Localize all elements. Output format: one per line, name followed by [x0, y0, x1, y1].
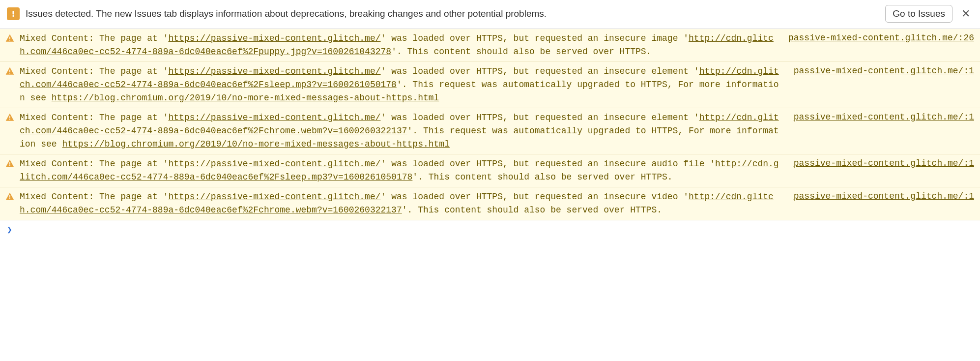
console-warning-row: Mixed Content: The page at 'https://pass… — [0, 29, 980, 62]
go-to-issues-button[interactable]: Go to Issues — [885, 5, 952, 23]
source-link[interactable]: passive-mixed-content.glitch.me/:1 — [794, 158, 974, 168]
warning-message: Mixed Content: The page at 'https://pass… — [20, 65, 789, 105]
page-url-link[interactable]: https://passive-mixed-content.glitch.me/ — [168, 192, 380, 202]
warning-text-pre: Mixed Content: The page at ' — [20, 66, 168, 76]
console-prompt[interactable]: ❯ — [0, 220, 980, 239]
svg-rect-6 — [9, 116, 10, 119]
page-url-link[interactable]: https://passive-mixed-content.glitch.me/ — [168, 66, 380, 76]
console-warning-row: Mixed Content: The page at 'https://pass… — [0, 154, 980, 187]
warning-triangle-icon — [5, 159, 15, 169]
warning-text-mid: ' was loaded over HTTPS, but requested a… — [381, 66, 699, 76]
warning-text-pre: Mixed Content: The page at ' — [20, 192, 168, 202]
svg-rect-1 — [13, 15, 14, 17]
warning-text-mid: ' was loaded over HTTPS, but requested a… — [381, 33, 689, 43]
svg-rect-5 — [9, 73, 10, 74]
page-url-link[interactable]: https://passive-mixed-content.glitch.me/ — [168, 33, 380, 43]
svg-rect-2 — [9, 37, 10, 39]
console-warning-row: Mixed Content: The page at 'https://pass… — [0, 62, 980, 108]
warning-text-mid: ' was loaded over HTTPS, but requested a… — [381, 113, 699, 122]
chevron-right-icon: ❯ — [7, 224, 12, 235]
warning-text-mid: ' was loaded over HTTPS, but requested a… — [381, 192, 689, 202]
source-link[interactable]: passive-mixed-content.glitch.me/:26 — [788, 33, 974, 43]
console-warnings: Mixed Content: The page at 'https://pass… — [0, 29, 980, 220]
warning-text-tail: '. This content should also be served ov… — [402, 205, 662, 215]
svg-rect-3 — [9, 40, 10, 41]
svg-rect-7 — [9, 119, 10, 120]
svg-rect-4 — [9, 70, 10, 72]
source-link[interactable]: passive-mixed-content.glitch.me/:1 — [794, 191, 974, 201]
warning-text-mid: ' was loaded over HTTPS, but requested a… — [381, 159, 716, 169]
svg-rect-9 — [9, 165, 10, 166]
warning-message: Mixed Content: The page at 'https://pass… — [20, 157, 789, 184]
issues-icon — [7, 7, 20, 20]
source-link[interactable]: passive-mixed-content.glitch.me/:1 — [794, 112, 974, 122]
svg-rect-8 — [9, 162, 10, 165]
svg-rect-10 — [9, 195, 10, 198]
warning-triangle-icon — [5, 33, 15, 43]
warning-text-pre: Mixed Content: The page at ' — [20, 159, 168, 169]
page-url-link[interactable]: https://passive-mixed-content.glitch.me/ — [168, 159, 380, 169]
page-url-link[interactable]: https://passive-mixed-content.glitch.me/ — [168, 113, 380, 122]
info-url-link[interactable]: https://blog.chromium.org/2019/10/no-mor… — [52, 93, 439, 103]
issues-text: Issues detected. The new Issues tab disp… — [26, 8, 879, 19]
warning-message: Mixed Content: The page at 'https://pass… — [20, 32, 783, 59]
warning-text-pre: Mixed Content: The page at ' — [20, 113, 168, 122]
svg-rect-0 — [13, 11, 14, 15]
warning-message: Mixed Content: The page at 'https://pass… — [20, 111, 789, 151]
console-warning-row: Mixed Content: The page at 'https://pass… — [0, 187, 980, 220]
issues-banner: Issues detected. The new Issues tab disp… — [0, 0, 980, 29]
warning-text-tail: '. This content should also be served ov… — [391, 47, 651, 57]
warning-text-tail: '. This content should also be served ov… — [412, 172, 672, 182]
source-link[interactable]: passive-mixed-content.glitch.me/:1 — [794, 66, 974, 76]
warning-text-pre: Mixed Content: The page at ' — [20, 33, 168, 43]
warning-triangle-icon — [5, 113, 15, 122]
svg-rect-11 — [9, 198, 10, 199]
warning-message: Mixed Content: The page at 'https://pass… — [20, 190, 789, 217]
info-url-link[interactable]: https://blog.chromium.org/2019/10/no-mor… — [62, 139, 450, 149]
close-icon[interactable]: ✕ — [958, 8, 973, 19]
warning-triangle-icon — [5, 192, 15, 202]
warning-triangle-icon — [5, 66, 15, 76]
console-warning-row: Mixed Content: The page at 'https://pass… — [0, 108, 980, 154]
